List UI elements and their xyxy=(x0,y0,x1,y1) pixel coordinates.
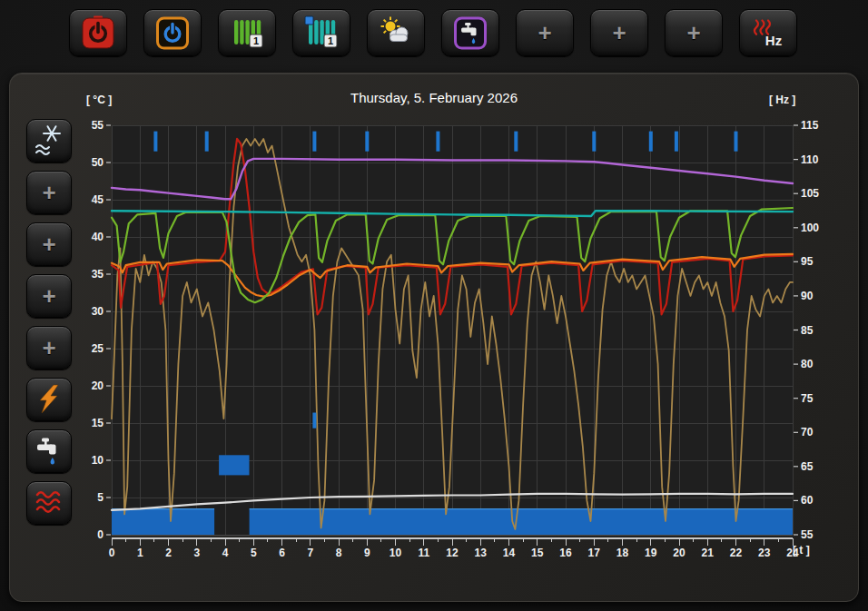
svg-text:23: 23 xyxy=(758,547,771,559)
svg-text:110: 110 xyxy=(801,153,819,166)
hz-icon: Hz xyxy=(750,15,786,51)
svg-text:115: 115 xyxy=(801,119,819,132)
faucet-icon xyxy=(31,433,67,469)
plus-icon: + xyxy=(42,232,55,256)
chart-title: Thursday, 5. February 2026 xyxy=(10,90,858,105)
svg-text:13: 13 xyxy=(475,547,488,559)
svg-text:45: 45 xyxy=(92,193,104,206)
sun-cloud-icon xyxy=(378,15,414,51)
svg-text:3: 3 xyxy=(193,547,200,559)
power-icon xyxy=(154,15,191,51)
svg-text:50: 50 xyxy=(92,156,104,169)
svg-text:Hz: Hz xyxy=(765,33,782,48)
weather-button[interactable] xyxy=(367,9,425,56)
svg-text:5: 5 xyxy=(251,547,257,559)
svg-text:12: 12 xyxy=(446,547,459,559)
svg-text:55: 55 xyxy=(801,528,814,541)
svg-text:5: 5 xyxy=(97,491,104,504)
radiator-teal-button[interactable]: 1 xyxy=(292,9,350,56)
empty-slot-3-button[interactable]: + xyxy=(665,9,723,56)
empty-slot-5-button[interactable]: + xyxy=(26,222,72,266)
plus-icon: + xyxy=(42,336,55,360)
svg-text:55: 55 xyxy=(92,119,104,132)
plus-icon: + xyxy=(612,21,626,44)
svg-text:9: 9 xyxy=(364,547,370,559)
y-axis-right-label: [ Hz ] xyxy=(769,94,795,106)
defrost-button[interactable] xyxy=(26,119,72,163)
svg-text:100: 100 xyxy=(801,222,819,234)
lightning-arrow-icon xyxy=(31,381,67,418)
svg-text:7: 7 xyxy=(307,547,313,559)
empty-slot-1-button[interactable]: + xyxy=(516,9,574,56)
svg-text:15: 15 xyxy=(531,547,544,559)
plus-icon: + xyxy=(42,284,55,308)
svg-text:15: 15 xyxy=(92,417,104,429)
heat-button[interactable] xyxy=(26,481,72,525)
svg-text:1: 1 xyxy=(137,547,143,559)
svg-text:30: 30 xyxy=(92,305,104,318)
svg-text:65: 65 xyxy=(801,460,814,473)
svg-text:105: 105 xyxy=(801,187,819,200)
empty-slot-6-button[interactable]: + xyxy=(26,274,72,318)
faucet-icon xyxy=(452,15,488,51)
hot-water-button[interactable] xyxy=(26,429,72,473)
svg-text:35: 35 xyxy=(92,268,104,281)
svg-text:70: 70 xyxy=(801,426,814,439)
svg-text:80: 80 xyxy=(801,358,814,370)
radiator-icon: 1 xyxy=(303,15,340,51)
y-axis-left-label: [ °C ] xyxy=(86,94,112,106)
heat-waves-icon xyxy=(31,485,67,521)
radiator-green-button[interactable]: 1 xyxy=(218,9,276,56)
svg-text:75: 75 xyxy=(801,392,814,405)
svg-text:21: 21 xyxy=(702,547,715,559)
svg-text:90: 90 xyxy=(801,290,814,302)
svg-text:10: 10 xyxy=(390,547,402,559)
svg-text:19: 19 xyxy=(645,547,657,559)
svg-text:1: 1 xyxy=(328,35,333,46)
power-icon xyxy=(80,15,116,51)
power-orange-button[interactable] xyxy=(143,9,202,56)
svg-text:85: 85 xyxy=(801,324,814,337)
svg-text:24: 24 xyxy=(786,547,799,559)
snowflake-icon xyxy=(31,123,67,159)
svg-text:40: 40 xyxy=(92,231,104,243)
empty-slot-2-button[interactable]: + xyxy=(590,9,648,56)
svg-text:18: 18 xyxy=(616,547,629,559)
svg-text:0: 0 xyxy=(109,547,115,559)
svg-text:0: 0 xyxy=(97,528,104,541)
svg-text:17: 17 xyxy=(588,547,601,559)
plus-icon: + xyxy=(538,21,551,44)
faucet-button[interactable] xyxy=(441,9,499,56)
power-red-button[interactable] xyxy=(69,9,127,56)
chart: 0123456789101112131415161718192021222324… xyxy=(83,110,854,568)
toolbar: 1 1 +++ Hz xyxy=(69,9,797,56)
svg-text:22: 22 xyxy=(730,547,743,559)
plus-icon: + xyxy=(42,181,55,204)
plus-icon: + xyxy=(686,21,700,44)
empty-slot-4-button[interactable]: + xyxy=(26,171,72,214)
svg-text:25: 25 xyxy=(92,342,104,355)
svg-text:6: 6 xyxy=(279,547,285,559)
svg-text:2: 2 xyxy=(165,547,172,559)
svg-text:10: 10 xyxy=(92,454,104,467)
svg-text:20: 20 xyxy=(673,547,686,559)
svg-text:11: 11 xyxy=(418,547,429,559)
svg-text:1: 1 xyxy=(253,35,259,46)
svg-text:8: 8 xyxy=(336,547,342,559)
sidebar: ++++ xyxy=(26,119,72,525)
svg-text:60: 60 xyxy=(801,494,814,507)
frequency-button[interactable]: Hz xyxy=(739,9,797,56)
app-screen: 1 1 +++ Hz Thursday, 5. February 2026 [ … xyxy=(0,0,868,611)
energy-button[interactable] xyxy=(26,378,72,421)
radiator-icon: 1 xyxy=(229,15,265,51)
svg-text:20: 20 xyxy=(92,379,104,392)
svg-text:4: 4 xyxy=(222,547,229,559)
svg-text:14: 14 xyxy=(503,547,516,559)
svg-text:16: 16 xyxy=(559,547,572,559)
svg-text:95: 95 xyxy=(801,255,814,268)
empty-slot-7-button[interactable]: + xyxy=(26,326,72,370)
chart-panel: Thursday, 5. February 2026 [ °C ] [ Hz ]… xyxy=(9,73,859,602)
